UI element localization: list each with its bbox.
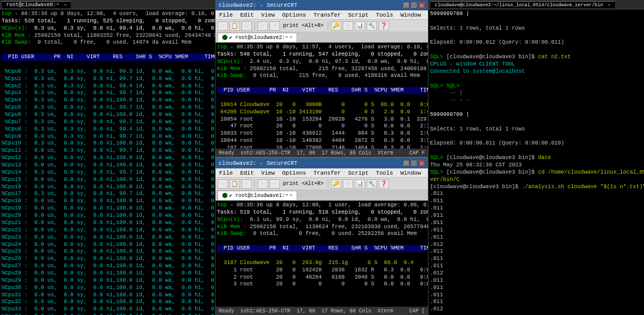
menu-transfer-2[interactable]: Transfer [312,170,342,176]
securecrt-top-toolbar: ⚡ 📋 ↩ ⬅ ➡ print <Alt+R> 🔑 ⚙ 📊 🔧 ❓ [216,20,428,32]
left-terminal-content: top - 08:35:36 up 8 days, 12:00, 4 users… [0,9,215,315]
session-tab-close[interactable]: ✕ [290,34,292,40]
menu-help-2[interactable]: Help [426,170,428,176]
toolbar-btn-3[interactable]: ↩ [242,21,252,31]
menu-window-2[interactable]: Window [399,170,423,176]
close-button[interactable]: ✕ [419,2,425,8]
securecrt-top-win-controls[interactable]: _ □ ✕ [403,2,425,8]
close-button-2[interactable]: ✕ [419,160,425,166]
toolbar-btn-b9[interactable]: 🔧 [367,179,377,189]
right-tab-active[interactable]: cloudwave@cloudwave3:~/linux_local_0514/… [431,1,615,8]
right-terminal-text: 5999989709 | Selects: 1 rows, total 1 ro… [430,10,642,315]
maximize-button-2[interactable]: □ [411,160,417,166]
toolbar-btn-5[interactable]: ➡ [270,21,280,31]
menu-file-2[interactable]: File [218,170,234,176]
toolbar-btn-b3[interactable]: ↩ [242,179,252,189]
toolbar-btn-b6[interactable]: 🔑 [331,179,341,189]
toolbar-sep-1 [254,22,255,30]
menu-options[interactable]: Options [280,12,307,18]
session-tab-cloudwave2[interactable]: ✔ root@cloudwave2:~ ✕ [218,33,297,42]
menu-view-2[interactable]: View [260,170,276,176]
menu-file[interactable]: File [218,12,234,18]
toolbar-btn-2[interactable]: 📋 [230,21,240,31]
minimize-button-2[interactable]: _ [403,160,409,166]
middle-column: cloudwave2: - SecureCRT _ □ ✕ File Edit … [216,0,428,315]
keyboard-shortcut-label: print <Alt+R> [283,23,324,29]
securecrt-top-terminal[interactable]: top - 08:35:35 up 8 days, 11:57, 4 users… [216,43,428,149]
minimize-button[interactable]: _ [403,2,409,8]
toolbar-btn-b5[interactable]: ➡ [270,179,280,189]
menu-window[interactable]: Window [399,12,423,18]
securecrt-top-window: cloudwave2: - SecureCRT _ □ ✕ File Edit … [216,0,428,158]
session-icon-2 [222,193,227,198]
securecrt-bottom-toolbar: ⚡ 📋 ↩ ⬅ ➡ print <Alt+R> 🔑 ⚙ 📊 🔧 ❓ [216,178,428,190]
toolbar-btn-10[interactable]: ❓ [379,21,389,31]
menu-options-2[interactable]: Options [280,170,307,176]
left-tab-active[interactable]: root@cloudwave0:~ ✕ [2,1,71,8]
status-protocol-2: ssh2:AES-256-CTR [240,308,290,314]
menu-edit-2[interactable]: Edit [238,170,255,176]
securecrt-bottom-title-left: cloudwave2: - SecureCRT [219,160,298,166]
toolbar-btn-b1[interactable]: ⚡ [218,179,228,189]
toolbar-sep-2 [328,22,328,30]
session-tab-label: ✔ root@cloudwave2:~ [229,34,288,41]
status-right: CAP F [409,150,425,156]
menu-edit[interactable]: Edit [238,12,255,18]
securecrt-bottom-title-text: cloudwave2: - SecureCRT [219,160,298,166]
left-tab-label: root@cloudwave0:~ [6,2,59,8]
status-rows-cols-3: 17, 86 [297,308,315,314]
left-terminal-text: top - 08:35:36 up 8 days, 12:00, 4 users… [2,10,213,315]
securecrt-top-menubar: File Edit View Options Transfer Script T… [216,10,428,20]
status-ready: Ready [219,150,234,156]
left-tab-bar: root@cloudwave0:~ ✕ [0,0,215,9]
securecrt-top-session-tabs: ✔ root@cloudwave2:~ ✕ [216,32,428,43]
menu-tools[interactable]: Tools [374,12,395,18]
left-tab-close[interactable]: ✕ [64,3,66,8]
status-cap-2: CAP [ [409,308,425,314]
toolbar-btn-7[interactable]: ⚙ [343,21,353,31]
toolbar-btn-b8[interactable]: 📊 [355,179,365,189]
bottom-terminal-text: top - 08:35:36 up 8 days, 12:00, 1 user,… [217,202,426,288]
right-tab-bar: cloudwave@cloudwave3:~/linux_local_0514/… [428,0,644,9]
right-tab-close[interactable]: ✕ [608,3,610,8]
session-icon [222,35,227,40]
toolbar-sep-b2 [328,180,328,188]
menu-tools-2[interactable]: Tools [374,170,395,176]
securecrt-bottom-win-controls[interactable]: _ □ ✕ [403,160,425,166]
session-tab-close-2[interactable]: ✕ [290,192,292,198]
toolbar-btn-9[interactable]: 🔧 [367,21,377,31]
right-terminal-content[interactable]: 5999989709 | Selects: 1 rows, total 1 ro… [428,9,644,315]
status-right-2: CAP [ [409,308,425,314]
securecrt-top-titlebar: cloudwave2: - SecureCRT _ □ ✕ [216,0,428,10]
toolbar-btn-1[interactable]: ⚡ [218,21,228,31]
securecrt-top-title-left: cloudwave2: - SecureCRT [219,2,298,8]
menu-help[interactable]: Help [426,12,428,18]
left-terminal-panel: root@cloudwave0:~ ✕ top - 08:35:36 up 8 … [0,0,216,315]
status-xterm: Xterm [378,150,393,156]
toolbar-btn-b7[interactable]: ⚙ [343,179,353,189]
top-terminal-text: top - 08:35:35 up 8 days, 11:57, 4 users… [217,44,426,149]
status-rows-cols: 17, 86 [297,150,315,156]
status-left-2: Ready ssh2:AES-256-CTR 17, 86 17 Rows, 8… [219,308,393,314]
menu-script-2[interactable]: Script [346,170,370,176]
status-left: Ready ssh2:AES-256-CTR 17, 86 17 Rows, 8… [219,150,393,156]
toolbar-btn-b4[interactable]: ⬅ [258,179,268,189]
toolbar-btn-b10[interactable]: ❓ [379,179,389,189]
toolbar-btn-8[interactable]: 📊 [355,21,365,31]
securecrt-top-status-bar: Ready ssh2:AES-256-CTR 17, 86 17 Rows, 8… [216,149,428,157]
status-rows-cols-4: 17 Rows, 86 Cols [321,308,371,314]
securecrt-bottom-window: cloudwave2: - SecureCRT _ □ ✕ File Edit … [216,158,428,315]
session-tab-label-2: ✔ root@cloudwave1:~ [229,192,288,199]
toolbar-btn-6[interactable]: 🔑 [331,21,341,31]
securecrt-bottom-terminal[interactable]: top - 08:35:36 up 8 days, 12:00, 1 user,… [216,201,428,307]
menu-transfer[interactable]: Transfer [312,12,342,18]
session-tab-cloudwave1[interactable]: ✔ root@cloudwave1:~ ✕ [218,191,297,200]
menu-view[interactable]: View [260,12,276,18]
right-terminal-panel: cloudwave@cloudwave3:~/linux_local_0514/… [428,0,644,315]
menu-script[interactable]: Script [346,12,370,18]
toolbar-btn-b2[interactable]: 📋 [230,179,240,189]
toolbar-btn-4[interactable]: ⬅ [258,21,268,31]
maximize-button[interactable]: □ [411,2,417,8]
status-xterm-2: Xterm [378,308,393,314]
keyboard-shortcut-label-2: print <Alt+R> [283,181,324,187]
